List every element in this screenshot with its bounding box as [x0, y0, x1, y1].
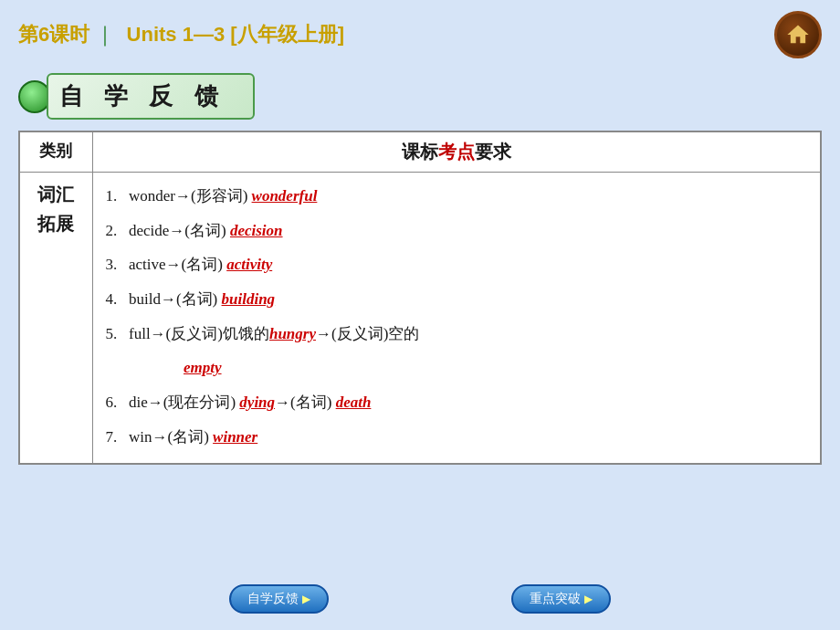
self-study-button[interactable]: 自学反馈 ▶ [229, 584, 329, 614]
home-icon [785, 22, 811, 47]
answer-empty: empty [184, 359, 222, 376]
section-label-box: 自 学 反 馈 [47, 73, 255, 120]
answer-decision: decision [230, 222, 283, 239]
main-table: 类别 课标考点要求 词汇拓展 1. wonder→(形容词) wonderful… [18, 131, 822, 465]
self-study-label: 自学反馈 [247, 591, 299, 607]
main-page: 第6课时 ｜ Units 1—3 [八年级上册] 自 学 反 馈 类别 课标考点… [0, 0, 840, 630]
units-label: Units 1—3 [八年级上册] [127, 23, 344, 46]
answer-building: building [222, 290, 276, 308]
header-title: 第6课时 ｜ Units 1—3 [八年级上册] [18, 21, 344, 48]
list-item: 1. wonder→(形容词) wonderful [106, 180, 808, 213]
section-title: 自 学 反 馈 [59, 80, 226, 112]
home-button[interactable] [774, 11, 822, 58]
key-points-button[interactable]: 重点突破 ▶ [511, 584, 611, 614]
key-points-label: 重点突破 [530, 591, 581, 607]
answer-dying: dying [239, 394, 275, 411]
list-item: 7. win→(名词) winner [106, 421, 808, 454]
lesson-label: 第6课时 [18, 23, 89, 46]
arrow-icon: ▶ [302, 593, 310, 605]
header: 第6课时 ｜ Units 1—3 [八年级上册] [0, 0, 840, 66]
answer-wonderful: wonderful [252, 187, 318, 205]
list-item: 5. full→(反义词)饥饿的hungry→(反义词)空的 [106, 318, 808, 351]
list-item: 6. die→(现在分词) dying→(名词) death [106, 386, 808, 419]
answer-death: death [336, 394, 372, 411]
section-bar: 自 学 反 馈 [18, 73, 822, 120]
content-cell: 1. wonder→(形容词) wonderful 2. decide→(名词)… [92, 173, 821, 464]
arrow-icon: ▶ [584, 593, 593, 605]
answer-hungry: hungry [269, 325, 316, 342]
highlight-text: 考点 [438, 142, 475, 162]
list-item: empty [106, 352, 808, 384]
list-item: 3. active→(名词) activity [106, 248, 808, 281]
list-item: 2. decide→(名词) decision [106, 215, 808, 247]
list-item: 4. build→(名词) building [106, 283, 808, 316]
category-cell: 词汇拓展 [19, 173, 92, 464]
col2-header: 课标考点要求 [92, 131, 821, 173]
divider: ｜ [95, 23, 115, 46]
table-row: 词汇拓展 1. wonder→(形容词) wonderful 2. decide… [19, 173, 821, 464]
answer-winner: winner [213, 428, 257, 446]
col1-header: 类别 [19, 131, 92, 173]
answer-activity: activity [226, 256, 272, 273]
bottom-bar: 自学反馈 ▶ 重点突破 ▶ [0, 584, 840, 614]
